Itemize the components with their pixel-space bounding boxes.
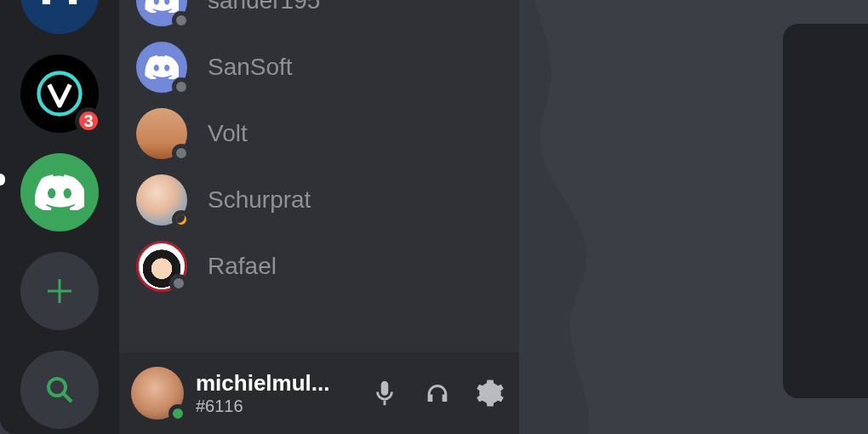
headphones-icon [423,379,452,408]
server-item[interactable] [20,0,99,34]
discord-icon [145,55,179,79]
server-icon [34,0,85,14]
server-selection-pill [0,174,5,186]
status-online-icon [168,404,187,423]
explore-button[interactable] [20,351,99,429]
user-panel: michielmul... #6116 [119,352,519,434]
svg-point-2 [39,73,81,115]
dm-column: sander195 SanSoft Volt Schurprat [119,0,519,434]
dm-username: Rafael [208,253,277,280]
server-rail: 3 [0,0,119,434]
self-discriminator: #6116 [196,397,342,416]
server-badge: 3 [75,107,102,134]
avatar [136,0,187,26]
server-discord-home[interactable] [20,153,99,231]
dm-username: Volt [208,120,248,147]
v-logo-icon [36,70,83,117]
dm-username: sander195 [208,0,320,14]
dm-item[interactable]: Rafael [119,233,519,300]
dm-item[interactable]: SanSoft [119,34,519,100]
server-item[interactable]: 3 [20,54,99,133]
status-offline-icon [172,11,191,30]
mic-icon [370,379,399,408]
dm-item[interactable]: Schurprat [119,167,519,233]
svg-point-5 [49,379,66,396]
discord-icon [35,174,84,210]
status-idle-icon [172,210,191,229]
status-offline-icon [169,274,188,293]
dm-username: SanSoft [208,54,293,81]
deafen-button[interactable] [420,376,454,410]
main-content [519,0,868,434]
self-username: michielmul... [196,370,342,397]
dm-item[interactable]: sander195 [119,0,519,34]
dm-list: sander195 SanSoft Volt Schurprat [119,0,519,352]
avatar [136,241,187,292]
status-offline-icon [172,77,191,96]
avatar [136,42,187,93]
avatar [136,108,187,159]
mute-button[interactable] [368,376,402,410]
avatar [136,174,187,226]
search-icon [44,374,75,405]
self-avatar[interactable] [131,367,184,420]
dm-item[interactable]: Volt [119,100,519,167]
add-server-button[interactable] [20,252,99,330]
gear-icon [476,379,505,408]
user-text[interactable]: michielmul... #6116 [196,370,342,416]
svg-rect-7 [384,401,386,406]
dm-username: Schurprat [208,186,311,214]
settings-button[interactable] [473,376,507,410]
panel-icons [368,376,507,410]
discord-icon [145,0,179,13]
content-card [783,24,868,398]
svg-line-6 [64,394,71,402]
plus-icon [44,276,75,306]
status-offline-icon [172,144,191,163]
